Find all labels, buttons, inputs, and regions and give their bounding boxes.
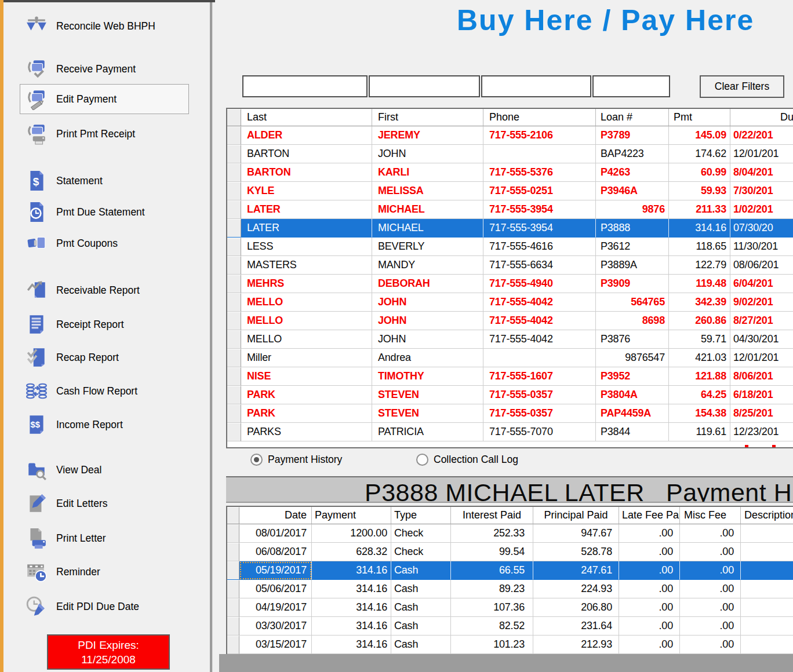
sidebar-item-view-deal[interactable]: View Deal bbox=[24, 455, 101, 485]
account-row[interactable]: ALDER JEREMY 717-555-2106 P3789 145.09 0… bbox=[227, 126, 793, 145]
sidebar-item-print-pmt-receipt[interactable]: Print Pmt Receipt bbox=[24, 119, 135, 149]
account-row[interactable]: LESS BEVERLY 717-555-4616 P3612 118.65 1… bbox=[227, 238, 793, 256]
cell-date: 05/06/2017 bbox=[239, 580, 312, 598]
account-row[interactable]: LATER MICHAEL 717-555-3954 9876 211.33 1… bbox=[227, 200, 793, 219]
cell-due: 12/01/201 bbox=[730, 145, 793, 163]
payment-panel-title: P3888 MICHAEL LATER Payment History bbox=[365, 479, 793, 503]
cell-loan: P3876 bbox=[596, 330, 669, 349]
row-selector[interactable] bbox=[227, 423, 241, 441]
sidebar-item-receipt-report[interactable]: Receipt Report bbox=[24, 309, 124, 339]
cell-description bbox=[741, 636, 793, 654]
cell-misc-fee: .00 bbox=[680, 561, 741, 580]
sidebar-item-reconcile-web-bhph[interactable]: Reconcile Web BHPH bbox=[24, 11, 155, 41]
row-selector[interactable] bbox=[227, 219, 241, 238]
sidebar-item-pmt-coupons[interactable]: Pmt Coupons bbox=[24, 228, 118, 258]
cell-last: PARKS bbox=[241, 423, 372, 441]
row-selector[interactable] bbox=[227, 182, 241, 200]
sidebar-item-pmt-due-statement[interactable]: Pmt Due Statement bbox=[24, 197, 145, 227]
account-row[interactable]: PARK STEVEN 717-555-0357 P3804A 64.25 6/… bbox=[227, 386, 793, 404]
account-row[interactable]: PARKS PATRICIA 717-555-7070 P3844 119.61… bbox=[227, 423, 793, 441]
account-row[interactable]: BARTON KARLI 717-555-5376 P4263 60.99 8/… bbox=[227, 163, 793, 182]
filter-input-phone[interactable] bbox=[481, 75, 591, 97]
cell-misc-fee: .00 bbox=[680, 617, 741, 636]
account-row[interactable]: Miller Andrea 9876547 421.03 12/01/201 bbox=[227, 349, 793, 367]
row-selector[interactable] bbox=[227, 293, 241, 312]
account-row[interactable]: NISE TIMOTHY 717-555-1607 P3952 121.88 8… bbox=[227, 367, 793, 386]
cell-loan: P3888 bbox=[596, 219, 669, 238]
sidebar-item-recap-report[interactable]: Recap Report bbox=[24, 342, 119, 372]
row-selector[interactable] bbox=[227, 349, 241, 367]
payment-row[interactable]: 05/06/2017 314.16 Cash 89.23 224.93 .00 … bbox=[227, 580, 793, 598]
row-selector[interactable] bbox=[227, 200, 241, 219]
sidebar-item-reminder[interactable]: Reminder bbox=[24, 557, 100, 587]
cell-first: DEBORAH bbox=[372, 275, 483, 293]
row-selector[interactable] bbox=[227, 256, 241, 275]
sidebar-item-edit-payment[interactable]: Edit Payment bbox=[20, 84, 189, 114]
row-selector[interactable] bbox=[227, 617, 239, 636]
row-selector[interactable] bbox=[227, 636, 239, 654]
filter-input-loan[interactable] bbox=[592, 75, 670, 97]
row-selector[interactable] bbox=[227, 275, 241, 293]
row-selector[interactable] bbox=[227, 561, 239, 580]
sidebar-item-edit-letters[interactable]: Edit Letters bbox=[24, 488, 108, 518]
account-row[interactable]: MELLO JOHN 717-555-4042 8698 260.86 8/27… bbox=[227, 312, 793, 330]
payment-row[interactable]: 03/30/2017 314.16 Cash 82.52 231.64 .00 … bbox=[227, 617, 793, 636]
cell-type: Cash bbox=[391, 580, 451, 598]
sidebar-item-statement[interactable]: $ Statement bbox=[24, 166, 103, 196]
account-row[interactable]: BARTON JOHN BAP4223 174.62 12/01/201 bbox=[227, 145, 793, 163]
payment-row[interactable]: 08/01/2017 1200.00 Check 252.33 947.67 .… bbox=[227, 524, 793, 543]
sidebar-item-label: Recap Report bbox=[56, 352, 119, 364]
cell-phone: 717-555-4042 bbox=[483, 330, 596, 349]
sidebar-item-edit-pdi-due-date[interactable]: Edit PDI Due Date bbox=[24, 591, 139, 622]
payments-table-header: Date Payment Type Interest Paid Principa… bbox=[227, 507, 793, 524]
sidebar-item-receivable-report[interactable]: Receivable Report bbox=[24, 275, 140, 305]
cell-description bbox=[741, 617, 793, 636]
sidebar-item-receive-payment[interactable]: Receive Payment bbox=[24, 54, 136, 84]
cell-pmt: 314.16 bbox=[669, 219, 730, 238]
cell-phone: 717-555-3954 bbox=[483, 219, 596, 238]
row-selector[interactable] bbox=[227, 367, 241, 386]
row-selector[interactable] bbox=[227, 580, 239, 598]
row-selector[interactable] bbox=[227, 312, 241, 330]
row-selector[interactable] bbox=[227, 126, 241, 145]
sidebar-divider bbox=[210, 2, 213, 672]
account-row[interactable]: MELLO JOHN 717-555-4042 564765 342.39 9/… bbox=[227, 293, 793, 312]
cell-phone: 717-555-4042 bbox=[483, 293, 596, 312]
account-row[interactable]: KYLE MELISSA 717-555-0251 P3946A 59.93 7… bbox=[227, 182, 793, 200]
account-row[interactable]: PARK STEVEN 717-555-0357 PAP4459A 154.38… bbox=[227, 404, 793, 423]
clear-filters-button[interactable]: Clear Filters bbox=[700, 75, 784, 98]
account-row[interactable]: MEHRS DEBORAH 717-555-4940 P3909 119.48 … bbox=[227, 275, 793, 293]
row-selector[interactable] bbox=[227, 386, 241, 404]
row-selector[interactable] bbox=[227, 145, 241, 163]
account-row[interactable]: MELLO JOHN 717-555-4042 P3876 59.71 04/3… bbox=[227, 330, 793, 349]
cell-pmt: 59.93 bbox=[669, 182, 730, 200]
column-header-misc-fee: Misc Fee bbox=[680, 507, 741, 524]
column-header-interest: Interest Paid bbox=[451, 507, 533, 524]
row-selector[interactable] bbox=[227, 330, 241, 349]
payment-row[interactable]: 06/08/2017 628.32 Check 99.54 528.78 .00… bbox=[227, 543, 793, 561]
radio-collection-call-log[interactable]: Collection Call Log bbox=[416, 454, 518, 466]
sidebar-item-label: Pmt Due Statement bbox=[56, 206, 145, 218]
cell-last: PARK bbox=[241, 404, 372, 423]
sidebar-item-cash-flow-report[interactable]: Cash Flow Report bbox=[24, 376, 137, 406]
payment-row[interactable]: 05/19/2017 314.16 Cash 66.55 247.61 .00 … bbox=[227, 561, 793, 580]
account-row[interactable]: MASTERS MANDY 717-555-6634 P3889A 122.79… bbox=[227, 256, 793, 275]
account-row[interactable]: LATER MICHAEL 717-555-3954 P3888 314.16 … bbox=[227, 219, 793, 238]
cell-pmt: 119.61 bbox=[669, 423, 730, 441]
row-selector[interactable] bbox=[227, 543, 239, 561]
radio-payment-history[interactable]: Payment History bbox=[250, 454, 342, 466]
radio-selected-icon bbox=[250, 454, 263, 466]
filter-input-first[interactable] bbox=[369, 75, 480, 97]
cell-payment: 314.16 bbox=[312, 636, 391, 654]
sidebar-item-income-report[interactable]: $$ Income Report bbox=[24, 410, 123, 440]
payment-row[interactable]: 03/15/2017 314.16 Cash 101.23 212.93 .00… bbox=[227, 636, 793, 654]
sidebar-item-print-letter[interactable]: Print Letter bbox=[24, 523, 106, 553]
row-selector[interactable] bbox=[227, 598, 239, 617]
payment-row[interactable]: 04/19/2017 314.16 Cash 107.36 206.80 .00… bbox=[227, 598, 793, 617]
filter-input-last[interactable] bbox=[242, 75, 368, 97]
row-selector[interactable] bbox=[227, 524, 239, 543]
row-selector[interactable] bbox=[227, 163, 241, 182]
row-selector[interactable] bbox=[227, 404, 241, 423]
row-selector[interactable] bbox=[227, 238, 241, 256]
cell-principal: 247.61 bbox=[533, 561, 619, 580]
